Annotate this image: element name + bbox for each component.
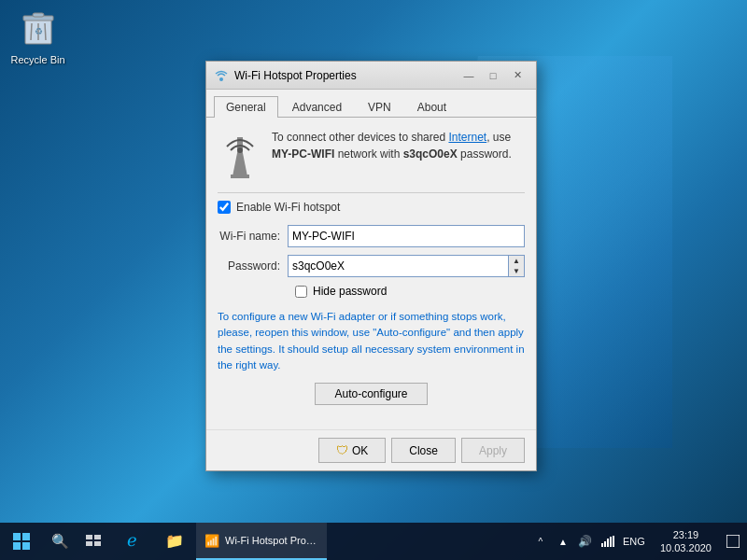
spinner-up-button[interactable]: ▲ xyxy=(509,256,524,266)
svg-point-7 xyxy=(219,77,223,81)
tray-signal[interactable]: ▲ xyxy=(554,532,572,551)
svg-rect-12 xyxy=(86,535,92,539)
dialog-titlebar[interactable]: Wi-Fi Hotspot Properties — □ ✕ xyxy=(206,62,536,90)
explorer-icon: 📁 xyxy=(165,532,184,550)
wifi-taskbar-label: Wi-Fi Hotspot Prop... xyxy=(225,535,318,546)
tray-lang[interactable]: ENG xyxy=(621,532,647,551)
svg-rect-2 xyxy=(33,13,44,17)
notification-button[interactable] xyxy=(719,523,747,560)
svg-rect-19 xyxy=(610,537,612,547)
hide-password-checkbox[interactable] xyxy=(295,286,307,298)
password-wrapper: ▲ ▼ xyxy=(288,255,525,277)
clock-date: 10.03.2020 xyxy=(660,541,712,554)
system-tray: ^ ▲ 🔊 ENG xyxy=(526,523,653,560)
search-icon: 🔍 xyxy=(51,533,69,550)
tab-vpn[interactable]: VPN xyxy=(356,96,403,118)
tray-volume[interactable]: 🔊 xyxy=(576,532,595,551)
tab-about[interactable]: About xyxy=(405,96,458,118)
ok-button[interactable]: 🛡 OK xyxy=(318,438,386,463)
info-description: To connect other devices to shared Inter… xyxy=(272,129,512,162)
recycle-bin-graphic: ♻ xyxy=(16,5,61,49)
minimize-button[interactable]: — xyxy=(458,66,480,85)
tray-network[interactable] xyxy=(599,532,617,551)
auto-configure-button[interactable]: Auto-configure xyxy=(315,383,427,405)
password-input[interactable] xyxy=(288,255,508,277)
hide-password-label[interactable]: Hide password xyxy=(313,285,387,298)
dialog-title: Wi-Fi Hotspot Properties xyxy=(234,69,458,82)
apply-button[interactable]: Apply xyxy=(461,438,525,463)
password-label: Password: xyxy=(218,259,288,273)
svg-point-11 xyxy=(237,147,243,153)
close-button[interactable]: ✕ xyxy=(506,66,529,85)
wifi-antenna-icon xyxy=(218,129,262,181)
svg-line-5 xyxy=(45,23,46,40)
password-spinner: ▲ ▼ xyxy=(508,255,525,277)
divider-1 xyxy=(218,192,525,193)
clock-time: 23:19 xyxy=(673,528,699,541)
windows-logo xyxy=(13,533,30,550)
close-dialog-button[interactable]: Close xyxy=(391,438,456,463)
taskbar-clock[interactable]: 23:19 10.03.2020 xyxy=(653,523,719,560)
wifi-name-input[interactable] xyxy=(288,225,525,247)
svg-text:♻: ♻ xyxy=(34,26,42,36)
wifi-name-label: Wi-Fi name: xyxy=(218,230,288,243)
task-view-icon xyxy=(86,534,101,549)
task-view-button[interactable] xyxy=(77,523,110,560)
info-section: To connect other devices to shared Inter… xyxy=(218,129,525,181)
wifi-hotspot-taskbar-item[interactable]: 📶 Wi-Fi Hotspot Prop... xyxy=(196,523,327,560)
svg-line-3 xyxy=(31,23,32,40)
enable-hotspot-row: Enable Wi-Fi hotspot xyxy=(218,201,525,214)
wifi-name-row: Wi-Fi name: xyxy=(218,225,525,247)
svg-rect-13 xyxy=(94,535,101,539)
svg-rect-20 xyxy=(613,536,614,547)
wifi-hotspot-dialog: Wi-Fi Hotspot Properties — □ ✕ General A… xyxy=(205,61,537,471)
window-controls: — □ ✕ xyxy=(458,66,529,85)
edge-taskbar-item[interactable]: ℯ xyxy=(110,523,153,560)
svg-rect-18 xyxy=(607,539,609,547)
enable-hotspot-checkbox[interactable] xyxy=(218,201,231,214)
wifi-taskbar-icon: 📶 xyxy=(204,534,219,548)
hide-password-row: Hide password xyxy=(295,285,525,298)
tab-general[interactable]: General xyxy=(214,96,278,118)
internet-link[interactable]: Internet xyxy=(448,131,486,144)
start-button[interactable] xyxy=(0,523,43,560)
search-button[interactable]: 🔍 xyxy=(43,523,77,560)
svg-rect-9 xyxy=(231,175,249,178)
config-text: To configure a new Wi-Fi adapter or if s… xyxy=(218,309,525,373)
dialog-footer: 🛡 OK Close Apply xyxy=(206,429,536,470)
tab-bar: General Advanced VPN About xyxy=(206,90,536,118)
edge-icon: ℯ xyxy=(127,530,137,551)
svg-rect-14 xyxy=(86,541,92,546)
svg-rect-17 xyxy=(604,541,606,547)
maximize-button[interactable]: □ xyxy=(482,66,504,85)
explorer-taskbar-item[interactable]: 📁 xyxy=(153,523,196,560)
recycle-bin-label: Recycle Bin xyxy=(10,54,64,65)
desktop: ♻ Recycle Bin Wi-Fi Hotspot Properties —… xyxy=(0,0,747,560)
auto-configure-link: "Auto-configure" xyxy=(373,327,450,338)
taskbar: 🔍 ℯ 📁 📶 Wi-Fi Hotspot Prop... xyxy=(0,523,747,560)
enable-hotspot-label[interactable]: Enable Wi-Fi hotspot xyxy=(236,201,340,214)
svg-rect-21 xyxy=(726,535,740,548)
dialog-title-icon xyxy=(214,68,229,83)
dialog-content: To connect other devices to shared Inter… xyxy=(206,118,536,429)
recycle-bin-icon[interactable]: ♻ Recycle Bin xyxy=(7,5,68,66)
tab-advanced[interactable]: Advanced xyxy=(280,96,354,118)
password-row: Password: ▲ ▼ xyxy=(218,255,525,277)
tray-chevron[interactable]: ^ xyxy=(531,532,550,551)
svg-rect-16 xyxy=(601,543,603,547)
spinner-down-button[interactable]: ▼ xyxy=(509,266,524,276)
svg-rect-15 xyxy=(94,541,101,546)
